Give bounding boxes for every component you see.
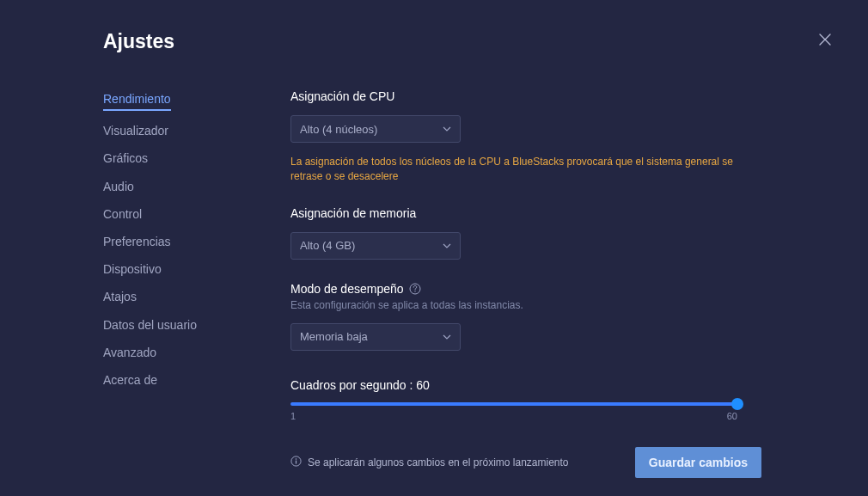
memory-section: Asignación de memoria Alto (4 GB) xyxy=(290,206,765,260)
cpu-warning: La asignación de todos los núcleos de la… xyxy=(290,155,755,184)
fps-label: Cuadros por segundo : 60 xyxy=(290,378,765,392)
fps-slider[interactable] xyxy=(290,402,737,406)
svg-point-3 xyxy=(296,458,297,460)
performance-mode-sub: Esta configuración se aplica a todas las… xyxy=(290,299,765,311)
performance-mode-select[interactable]: Memoria baja xyxy=(290,323,461,351)
sidebar-item-datos-usuario[interactable]: Datos del usuario xyxy=(103,317,197,333)
chevron-down-icon xyxy=(443,334,451,340)
fps-section: Cuadros por segundo : 60 1 60 xyxy=(290,378,765,421)
svg-rect-4 xyxy=(296,460,296,463)
svg-point-1 xyxy=(414,291,415,291)
close-icon xyxy=(818,33,832,46)
memory-label: Asignación de memoria xyxy=(290,206,765,220)
sidebar-item-audio[interactable]: Audio xyxy=(103,179,134,194)
close-button[interactable] xyxy=(818,33,834,48)
sidebar-item-visualizador[interactable]: Visualizador xyxy=(103,123,168,138)
performance-mode-section: Modo de desempeño Esta configuración se … xyxy=(290,282,765,351)
sidebar-item-acerca-de[interactable]: Acerca de xyxy=(103,372,157,388)
footer-note: Se aplicarán algunos cambios en el próxi… xyxy=(290,456,569,469)
sidebar-item-preferencias[interactable]: Preferencias xyxy=(103,234,171,249)
performance-mode-label: Modo de desempeño xyxy=(290,282,404,296)
sidebar-item-control[interactable]: Control xyxy=(103,206,142,222)
footer-note-text: Se aplicarán algunos cambios en el próxi… xyxy=(308,456,569,468)
memory-select[interactable]: Alto (4 GB) xyxy=(290,232,461,260)
chevron-down-icon xyxy=(443,126,451,132)
help-icon[interactable] xyxy=(409,283,421,295)
fps-min: 1 xyxy=(290,411,296,421)
cpu-section: Asignación de CPU Alto (4 núcleos) La as… xyxy=(290,89,765,184)
sidebar-item-graficos[interactable]: Gráficos xyxy=(103,150,148,166)
cpu-label: Asignación de CPU xyxy=(290,89,765,103)
performance-mode-value: Memoria baja xyxy=(300,330,368,343)
cpu-select[interactable]: Alto (4 núcleos) xyxy=(290,115,461,143)
sidebar-item-dispositivo[interactable]: Dispositivo xyxy=(103,261,162,277)
sidebar: Rendimiento Visualizador Gráficos Audio … xyxy=(103,89,290,478)
sidebar-item-rendimiento[interactable]: Rendimiento xyxy=(103,91,171,111)
chevron-down-icon xyxy=(443,243,451,248)
page-title: Ajustes xyxy=(103,30,868,53)
main-panel: Asignación de CPU Alto (4 núcleos) La as… xyxy=(290,89,868,478)
fps-slider-thumb[interactable] xyxy=(731,398,743,410)
save-button[interactable]: Guardar cambios xyxy=(635,447,761,478)
info-icon xyxy=(290,456,302,469)
sidebar-item-atajos[interactable]: Atajos xyxy=(103,289,137,304)
fps-max: 60 xyxy=(727,411,737,421)
memory-select-value: Alto (4 GB) xyxy=(300,239,355,252)
sidebar-item-avanzado[interactable]: Avanzado xyxy=(103,345,156,360)
cpu-select-value: Alto (4 núcleos) xyxy=(300,123,377,136)
